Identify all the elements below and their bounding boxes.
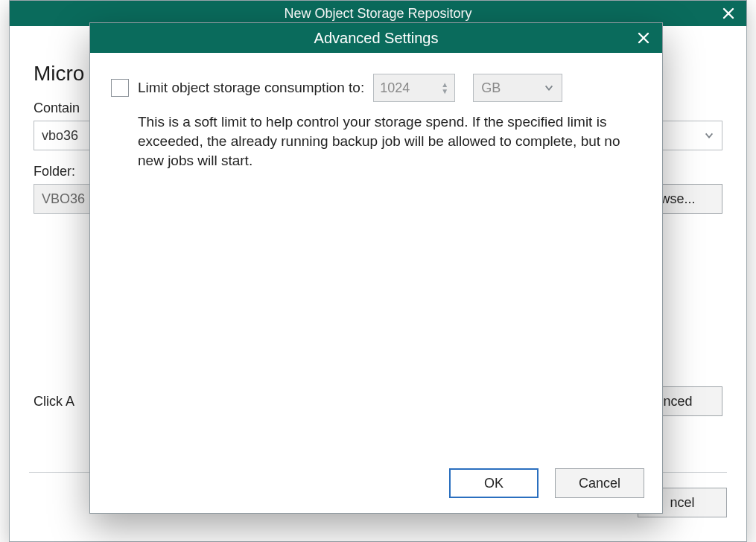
limit-value-input[interactable]: 1024 ▲▼ bbox=[373, 74, 455, 102]
limit-label: Limit object storage consumption to: bbox=[138, 80, 364, 96]
chevron-down-icon bbox=[704, 130, 714, 141]
stepper-icon: ▲▼ bbox=[441, 81, 448, 95]
modal-titlebar: Advanced Settings bbox=[90, 23, 662, 53]
advanced-hint: Click A bbox=[34, 394, 74, 409]
advanced-settings-dialog: Advanced Settings Limit object storage c… bbox=[89, 22, 663, 514]
chevron-down-icon bbox=[544, 83, 554, 93]
container-select-value: vbo36 bbox=[42, 128, 78, 144]
close-icon[interactable] bbox=[717, 4, 740, 23]
ok-button[interactable]: OK bbox=[449, 468, 539, 498]
close-icon[interactable] bbox=[632, 28, 655, 48]
limit-unit-select[interactable]: GB bbox=[473, 74, 562, 102]
cancel-button[interactable]: Cancel bbox=[555, 468, 644, 498]
limit-description: This is a soft limit to help control you… bbox=[138, 112, 641, 171]
modal-title: Advanced Settings bbox=[314, 30, 439, 47]
parent-title: New Object Storage Repository bbox=[284, 6, 471, 22]
limit-checkbox[interactable] bbox=[111, 79, 129, 97]
limit-value: 1024 bbox=[380, 80, 410, 96]
limit-unit-value: GB bbox=[481, 80, 501, 96]
folder-field-value: VBO36 bbox=[42, 191, 85, 207]
